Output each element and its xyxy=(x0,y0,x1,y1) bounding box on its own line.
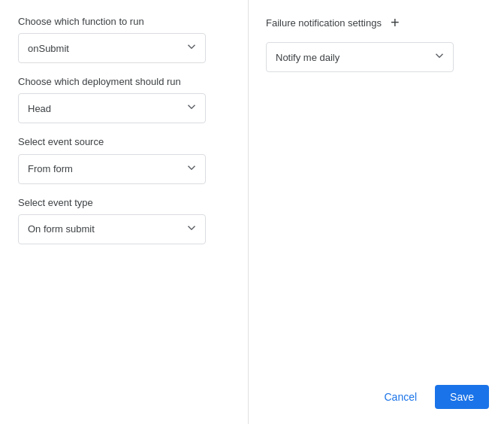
function-select[interactable]: onSubmit onOpen onEdit xyxy=(18,33,206,63)
left-panel: Choose which function to run onSubmit on… xyxy=(0,0,248,424)
save-button[interactable]: Save xyxy=(435,385,489,409)
function-label: Choose which function to run xyxy=(18,15,230,29)
add-notification-button[interactable]: + xyxy=(388,15,403,30)
event-source-label: Select event source xyxy=(18,135,230,149)
deployment-label: Choose which deployment should run xyxy=(18,75,230,89)
cancel-button[interactable]: Cancel xyxy=(372,385,429,409)
deployment-select-wrapper: Head Latest Custom xyxy=(18,93,206,123)
event-source-select[interactable]: From form From spreadsheet Time-driven xyxy=(18,154,206,184)
function-field-group: Choose which function to run onSubmit on… xyxy=(18,15,230,63)
notify-select[interactable]: Notify me daily Notify me immediately No… xyxy=(266,42,454,72)
failure-notification-label: Failure notification settings xyxy=(266,17,382,29)
footer-buttons: Cancel Save xyxy=(372,385,489,409)
event-type-select-wrapper: On form submit On open On edit On change xyxy=(18,214,206,244)
event-source-field-group: Select event source From form From sprea… xyxy=(18,135,230,183)
event-type-select[interactable]: On form submit On open On edit On change xyxy=(18,214,206,244)
failure-notification-header: Failure notification settings + xyxy=(266,15,486,30)
deployment-select[interactable]: Head Latest Custom xyxy=(18,93,206,123)
notify-field-group: Notify me daily Notify me immediately No… xyxy=(266,42,486,72)
function-select-wrapper: onSubmit onOpen onEdit xyxy=(18,33,206,63)
event-source-select-wrapper: From form From spreadsheet Time-driven xyxy=(18,154,206,184)
notify-select-wrapper: Notify me daily Notify me immediately No… xyxy=(266,42,454,72)
right-panel: Failure notification settings + Notify m… xyxy=(248,0,504,424)
event-type-label: Select event type xyxy=(18,196,230,210)
main-container: Choose which function to run onSubmit on… xyxy=(0,0,504,424)
event-type-field-group: Select event type On form submit On open… xyxy=(18,196,230,244)
deployment-field-group: Choose which deployment should run Head … xyxy=(18,75,230,123)
